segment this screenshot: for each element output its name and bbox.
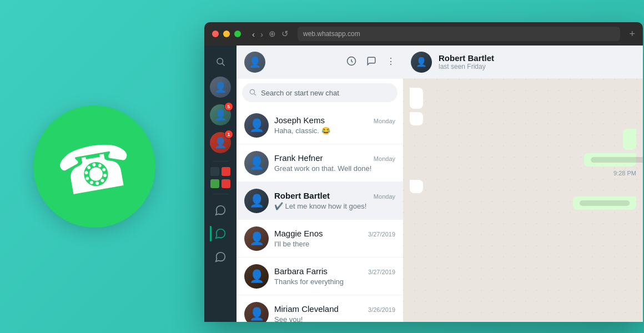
chat-name-barbara: Barbara Farris — [274, 266, 328, 276]
app-sidebar: 👤 👤 5 👤 1 — [204, 46, 237, 322]
avatar-barbara: 👤 — [244, 264, 269, 289]
message-time-4: 9:28 PM — [613, 170, 636, 176]
chat-msg-miriam: See you! — [274, 315, 395, 322]
chat-name-joseph: Joseph Kems — [274, 115, 325, 125]
chat-msg-frank: Great work on that. Well done! — [274, 164, 395, 173]
browser-nav: ‹ › ⊕ ↺ — [252, 29, 289, 39]
chat-msg-joseph: Haha, classic. 😂 — [274, 127, 395, 135]
chat-time-joseph: Monday — [374, 118, 395, 124]
mini-icon-1 — [210, 167, 219, 176]
new-tab-button[interactable]: + — [629, 28, 635, 40]
sidebar-divider-1 — [213, 161, 228, 162]
svg-point-3 — [250, 89, 254, 94]
svg-point-0 — [217, 58, 223, 64]
my-avatar[interactable]: 👤 — [244, 52, 265, 73]
chat-info-robert: Robert Bartlet Monday ✔️ Let me know how… — [274, 191, 395, 210]
message-4 — [584, 153, 636, 167]
chat-list-panel: 👤 ⋮ — [237, 46, 403, 322]
chat-time-barbara: 3/27/2019 — [368, 269, 395, 275]
message-6 — [573, 196, 636, 210]
msg-placeholder-6 — [591, 157, 643, 163]
search-bar: Search or start new chat — [237, 79, 403, 107]
chat-item-miriam[interactable]: 👤 Miriam Cleveland 3/26/2019 See you! — [237, 295, 403, 322]
chat-name-robert: Robert Bartlet — [274, 191, 330, 200]
chat-item-frank[interactable]: 👤 Frank Hefner Monday Great work on that… — [237, 144, 403, 182]
active-chat-avatar[interactable]: 👤 — [411, 52, 432, 73]
browser-chrome: ‹ › ⊕ ↺ web.whatsapp.com + — [204, 22, 643, 46]
chat-item-barbara[interactable]: 👤 Barbara Farris 3/27/2019 Thanks for ev… — [237, 258, 403, 295]
chat-time-robert: Monday — [374, 193, 395, 200]
chat-list-header: 👤 ⋮ — [237, 46, 403, 79]
message-5 — [410, 180, 423, 193]
url-text: web.whatsapp.com — [303, 30, 360, 38]
chat-window: 👤 Robert Bartlet last seen Friday — [403, 46, 643, 322]
sidebar-contact-2[interactable]: 👤 5 — [210, 104, 231, 125]
back-button[interactable]: ‹ — [252, 29, 255, 39]
avatar-joseph: 👤 — [244, 113, 269, 138]
msg-placeholder-8 — [580, 200, 630, 206]
mini-icon-4 — [222, 179, 230, 188]
sidebar-wa-icon-2[interactable] — [210, 223, 231, 244]
active-chat-status: last seen Friday — [439, 63, 635, 70]
sidebar-divider-2 — [213, 194, 228, 194]
chat-header-icons: ⋮ — [346, 56, 395, 68]
sidebar-wa-icon-1[interactable] — [210, 200, 231, 221]
chat-window-header: 👤 Robert Bartlet last seen Friday — [403, 46, 643, 79]
search-placeholder: Search or start new chat — [261, 89, 339, 97]
chat-info-maggie: Maggie Enos 3/27/2019 I'll be there — [274, 229, 395, 248]
badge-1: 1 — [224, 130, 233, 139]
chat-msg-maggie: I'll be there — [274, 240, 395, 248]
message-1 — [410, 88, 423, 109]
chat-time-miriam: 3/26/2019 — [368, 306, 395, 313]
search-icon — [249, 88, 256, 98]
badge-5: 5 — [224, 102, 233, 111]
chat-msg-robert: ✔️ Let me know how it goes! — [274, 202, 395, 210]
chat-msg-barbara: Thanks for everything — [274, 278, 395, 286]
chat-info-frank: Frank Hefner Monday Great work on that. … — [274, 153, 395, 173]
menu-icon[interactable]: ⋮ — [386, 56, 395, 68]
url-bar[interactable]: web.whatsapp.com — [298, 27, 620, 41]
browser-window: ‹ › ⊕ ↺ web.whatsapp.com + 👤 — [204, 22, 643, 322]
sidebar-contact-1[interactable]: 👤 — [210, 77, 231, 98]
chat-item-maggie[interactable]: 👤 Maggie Enos 3/27/2019 I'll be there — [237, 220, 403, 258]
chat-item-robert[interactable]: 👤 Robert Bartlet Monday ✔️ Let me know h… — [237, 182, 403, 220]
search-input[interactable]: Search or start new chat — [242, 83, 398, 102]
chat-info-joseph: Joseph Kems Monday Haha, classic. 😂 — [274, 115, 395, 135]
active-chat-info: Robert Bartlet last seen Friday — [439, 53, 635, 70]
message-3 — [623, 129, 636, 150]
mini-icon-3 — [210, 179, 219, 188]
chat-name-maggie: Maggie Enos — [274, 229, 323, 238]
active-chat-name: Robert Bartlet — [439, 53, 635, 63]
home-button[interactable]: ⊕ — [269, 29, 276, 39]
close-button[interactable] — [212, 31, 219, 37]
chat-list: 👤 Joseph Kems Monday Haha, classic. 😂 👤 — [237, 107, 403, 322]
browser-content: 👤 👤 5 👤 1 — [204, 46, 643, 322]
avatar-robert: 👤 — [244, 189, 269, 213]
sidebar-wa-icon-3[interactable] — [210, 246, 231, 268]
chat-item-joseph[interactable]: 👤 Joseph Kems Monday Haha, classic. 😂 — [237, 107, 403, 144]
sidebar-mini-icons — [204, 167, 237, 188]
avatar-frank: 👤 — [244, 151, 269, 175]
chat-info-barbara: Barbara Farris 3/27/2019 Thanks for ever… — [274, 266, 395, 286]
chat-name-frank: Frank Hefner — [274, 153, 323, 163]
svg-line-1 — [222, 63, 224, 65]
minimize-button[interactable] — [223, 31, 230, 37]
phone-icon: ☎ — [52, 132, 137, 205]
chat-name-miriam: Miriam Cleveland — [274, 304, 339, 314]
sidebar-search-icon[interactable] — [210, 51, 231, 72]
status-icon[interactable] — [346, 56, 356, 68]
message-2 — [410, 112, 423, 125]
chat-time-frank: Monday — [374, 155, 395, 162]
mini-icon-2 — [222, 167, 230, 176]
avatar-maggie: 👤 — [244, 226, 269, 251]
svg-line-4 — [254, 93, 256, 95]
forward-button[interactable]: › — [260, 29, 263, 39]
new-chat-icon[interactable] — [366, 56, 376, 68]
chat-time-maggie: 3/27/2019 — [368, 231, 395, 238]
reload-button[interactable]: ↺ — [281, 29, 289, 39]
chat-info-miriam: Miriam Cleveland 3/26/2019 See you! — [274, 304, 395, 322]
sidebar-contact-3[interactable]: 👤 1 — [210, 132, 231, 153]
maximize-button[interactable] — [234, 31, 241, 37]
messages-area: 9:28 PM — [403, 79, 643, 322]
whatsapp-logo: ☎ — [33, 105, 155, 228]
